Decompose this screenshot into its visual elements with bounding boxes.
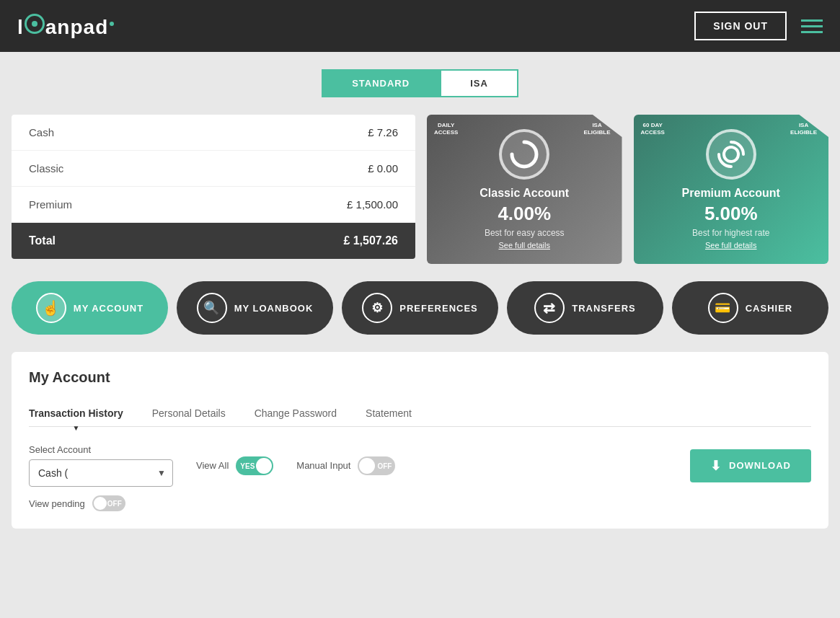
hamburger-line-2 xyxy=(801,25,823,27)
nav-cashier[interactable]: 💳 CASHIER xyxy=(672,281,828,335)
view-pending-row: View pending OFF xyxy=(29,495,811,511)
view-all-label: View All xyxy=(196,460,229,471)
transfers-icon: ⇄ xyxy=(534,293,565,323)
nav-buttons: ☝ MY ACCOUNT 🔍 MY LOANBOOK ⚙ PREFERENCES… xyxy=(12,281,828,335)
classic-badge-top: DAILY ACCESS xyxy=(434,122,458,136)
view-pending-toggle[interactable]: OFF xyxy=(92,495,125,511)
account-cards: DAILY ACCESS ISA ELIGIBLE Classic Accoun… xyxy=(427,115,828,264)
tab-transaction-history[interactable]: Transaction History xyxy=(29,400,123,426)
select-account-label: Select Account xyxy=(29,444,173,455)
classic-account-card[interactable]: DAILY ACCESS ISA ELIGIBLE Classic Accoun… xyxy=(427,115,622,264)
select-wrapper: Cash ( ▼ xyxy=(29,459,173,487)
view-pending-knob xyxy=(94,497,107,510)
my-account-panel: My Account Transaction History Personal … xyxy=(12,352,828,529)
nav-my-loanbook-label: MY LOANBOOK xyxy=(234,303,314,314)
classic-badge-isa: ISA ELIGIBLE xyxy=(584,122,611,136)
tab-standard[interactable]: STANDARD xyxy=(322,69,440,97)
nav-my-account[interactable]: ☝ MY ACCOUNT xyxy=(12,281,168,335)
balance-label-premium: Premium xyxy=(12,187,213,222)
header-right: SIGN OUT xyxy=(694,12,823,40)
nav-transfers[interactable]: ⇄ TRANSFERS xyxy=(507,281,663,335)
balance-row-total: Total £ 1,507.26 xyxy=(12,223,415,259)
nav-my-account-label: MY ACCOUNT xyxy=(74,303,143,314)
balance-section: Cash £ 7.26 Classic £ 0.00 Premium £ 1,5… xyxy=(12,115,828,264)
header: lanpad SIGN OUT xyxy=(0,0,840,52)
tab-isa[interactable]: ISA xyxy=(440,69,518,97)
account-select[interactable]: Cash ( xyxy=(29,459,173,487)
cashier-icon: 💳 xyxy=(708,293,738,323)
balance-total-amount: £ 1,507.26 xyxy=(213,223,415,259)
tab-personal-details[interactable]: Personal Details xyxy=(152,400,226,426)
classic-card-link[interactable]: See full details xyxy=(498,241,550,250)
manual-input-label: Manual Input xyxy=(296,460,350,471)
download-label: DOWNLOAD xyxy=(729,460,791,471)
view-all-state: YES xyxy=(240,462,255,469)
view-pending-label: View pending xyxy=(29,498,85,509)
balance-row-cash: Cash £ 7.26 xyxy=(12,115,415,151)
view-all-group: View All YES xyxy=(196,456,273,475)
select-account-group: Select Account Cash ( ▼ xyxy=(29,444,173,487)
svg-point-0 xyxy=(724,147,738,162)
panel-title: My Account xyxy=(29,369,811,386)
classic-card-rate: 4.00% xyxy=(498,203,551,225)
classic-card-desc: Best for easy access xyxy=(485,228,565,238)
toggle-knob xyxy=(256,458,272,474)
premium-card-title: Premium Account xyxy=(682,187,780,200)
download-button[interactable]: ⬇ DOWNLOAD xyxy=(690,449,811,482)
my-account-icon: ☝ xyxy=(36,293,66,323)
balance-table: Cash £ 7.26 Classic £ 0.00 Premium £ 1,5… xyxy=(12,115,415,259)
balance-label-cash: Cash xyxy=(12,115,213,150)
filter-row: Select Account Cash ( ▼ View All YES Man… xyxy=(29,444,811,487)
panel-tabs: Transaction History Personal Details Cha… xyxy=(29,400,811,427)
view-pending-state: OFF xyxy=(107,500,122,508)
premium-card-link[interactable]: See full details xyxy=(705,241,757,250)
balance-amount-classic: £ 0.00 xyxy=(213,151,415,186)
manual-input-toggle[interactable]: OFF xyxy=(358,456,395,475)
logo: lanpad xyxy=(17,14,114,39)
balance-label-classic: Classic xyxy=(12,151,213,186)
balance-total-label: Total xyxy=(12,223,213,259)
classic-card-title: Classic Account xyxy=(479,187,569,200)
download-icon: ⬇ xyxy=(710,458,722,474)
classic-account-icon xyxy=(499,129,549,180)
manual-input-group: Manual Input OFF xyxy=(296,456,395,475)
nav-preferences[interactable]: ⚙ PREFERENCES xyxy=(342,281,498,335)
view-all-toggle[interactable]: YES xyxy=(236,456,273,475)
nav-my-loanbook[interactable]: 🔍 MY LOANBOOK xyxy=(177,281,333,335)
balance-amount-premium: £ 1,500.00 xyxy=(213,187,415,222)
premium-badge-isa: ISA ELIGIBLE xyxy=(790,122,817,136)
balance-amount-cash: £ 7.26 xyxy=(213,115,415,150)
logo-dot xyxy=(110,22,114,26)
nav-transfers-label: TRANSFERS xyxy=(572,303,635,314)
balance-row-premium: Premium £ 1,500.00 xyxy=(12,187,415,223)
hamburger-line-3 xyxy=(801,31,823,33)
sign-out-button[interactable]: SIGN OUT xyxy=(694,12,787,40)
logo-text: lanpad xyxy=(17,14,114,39)
premium-account-icon xyxy=(706,129,756,180)
premium-card-desc: Best for highest rate xyxy=(692,228,769,238)
balance-row-classic: Classic £ 0.00 xyxy=(12,151,415,187)
preferences-icon: ⚙ xyxy=(362,293,392,323)
tab-statement[interactable]: Statement xyxy=(366,400,412,426)
hamburger-line-1 xyxy=(801,19,823,22)
manual-input-knob xyxy=(359,458,375,474)
nav-preferences-label: PREFERENCES xyxy=(399,303,478,314)
logo-icon xyxy=(25,14,45,34)
tab-change-password[interactable]: Change Password xyxy=(255,400,337,426)
premium-card-rate: 5.00% xyxy=(704,203,758,225)
manual-input-state: OFF xyxy=(377,462,392,469)
account-type-tabs: STANDARD ISA xyxy=(12,69,828,97)
loanbook-icon: 🔍 xyxy=(197,293,227,323)
hamburger-menu[interactable] xyxy=(801,19,823,33)
premium-account-card[interactable]: 60 DAY ACCESS ISA ELIGIBLE Premium Accou… xyxy=(634,115,829,264)
premium-badge-top: 60 DAY ACCESS xyxy=(641,122,665,136)
nav-cashier-label: CASHIER xyxy=(746,303,793,314)
main-content: STANDARD ISA Cash £ 7.26 Classic £ 0.00 … xyxy=(0,52,840,546)
